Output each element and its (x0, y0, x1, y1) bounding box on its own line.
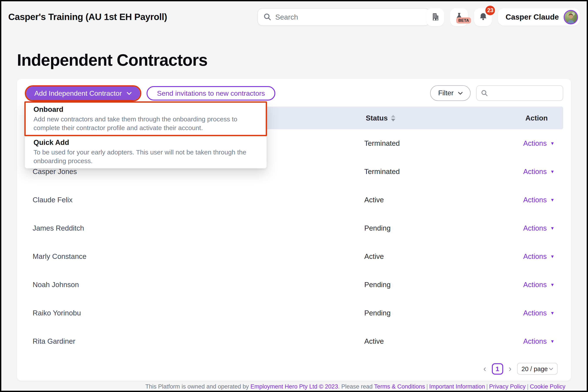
current-page-button[interactable]: 1 (492, 363, 503, 374)
status-value: Pending (364, 309, 523, 317)
actions-menu-button[interactable]: Actions▼ (523, 309, 555, 317)
global-search[interactable] (257, 8, 430, 26)
actions-menu-button[interactable]: Actions▼ (523, 337, 555, 346)
annotation-highlight-add-button: Add Independent Contractor (25, 85, 141, 101)
action-header-label: Action (525, 114, 548, 122)
contractor-name: Casper Jones (25, 168, 364, 176)
actions-menu-button[interactable]: Actions▼ (523, 196, 555, 204)
labs-beta-button[interactable]: BETA (450, 8, 468, 26)
chevron-down-icon (549, 368, 553, 370)
add-contractor-dropdown-menu: Onboard Add new contractors and take the… (25, 102, 267, 168)
menu-item-quick-add[interactable]: Quick Add To be used for your early adop… (25, 135, 267, 168)
toolbar-right: Filter (430, 85, 563, 101)
add-independent-contractor-button[interactable]: Add Independent Contractor (26, 86, 140, 100)
actions-menu-button[interactable]: Actions▼ (523, 224, 555, 232)
filter-label: Filter (438, 89, 454, 97)
contractor-name: Raiko Yorinobu (25, 309, 364, 317)
chevron-down-icon (126, 92, 132, 95)
pagination: ‹ 1 › 20 / page (17, 357, 571, 381)
contractor-name: Marly Constance (25, 252, 364, 260)
search-icon (481, 90, 488, 96)
notifications-button[interactable]: 23 (474, 8, 492, 26)
filter-button[interactable]: Filter (430, 85, 471, 101)
column-header-status[interactable]: Status (366, 114, 525, 122)
caret-down-icon: ▼ (550, 339, 555, 344)
add-button-label: Add Independent Contractor (34, 90, 122, 97)
page-size-value: 20 / page (522, 365, 548, 372)
actions-label: Actions (523, 139, 547, 148)
footer-separator: | (486, 383, 488, 390)
actions-label: Actions (523, 252, 547, 260)
caret-down-icon: ▼ (550, 198, 555, 202)
avatar (564, 10, 578, 24)
status-value: Active (364, 337, 523, 346)
org-title: Casper's Training (AU 1st EH Payroll) (8, 12, 167, 22)
page-title: Independent Contractors (17, 50, 571, 70)
notification-count-badge: 23 (486, 6, 495, 15)
top-bar-actions: BETA 23 Casper Claude (426, 8, 580, 26)
actions-label: Actions (523, 337, 547, 346)
actions-menu-button[interactable]: Actions▼ (523, 168, 555, 176)
actions-label: Actions (523, 168, 547, 176)
table-row: Claude Felix Active Actions▼ (25, 186, 563, 214)
footer-text: . Please read (338, 383, 374, 390)
user-menu-button[interactable]: Casper Claude (498, 8, 580, 26)
contractor-name: Noah Johnson (25, 280, 364, 289)
column-header-action: Action (525, 114, 563, 122)
top-bar: Casper's Training (AU 1st EH Payroll) BE… (1, 1, 587, 33)
search-icon (264, 13, 271, 21)
caret-down-icon: ▼ (550, 226, 555, 230)
table-row: Marly Constance Active Actions▼ (25, 242, 563, 270)
footer-separator: | (527, 383, 529, 390)
actions-menu-button[interactable]: Actions▼ (523, 252, 555, 260)
sort-arrows-icon[interactable] (391, 115, 396, 121)
contractor-name: James Redditch (25, 224, 364, 232)
caret-down-icon: ▼ (550, 141, 555, 146)
status-value: Active (364, 196, 523, 204)
table-row: James Redditch Pending Actions▼ (25, 214, 563, 242)
actions-label: Actions (523, 224, 547, 232)
page-size-select[interactable]: 20 / page (517, 363, 558, 374)
caret-down-icon: ▼ (550, 282, 555, 287)
table-row: Rita Gardiner Active Actions▼ (25, 327, 563, 356)
footer-separator: | (426, 383, 428, 390)
table-row: Noah Johnson Pending Actions▼ (25, 270, 563, 299)
contractors-card: Add Independent Contractor Send invitati… (17, 79, 571, 381)
beta-badge: BETA (456, 17, 471, 23)
privacy-policy-link[interactable]: Privacy Policy (489, 383, 526, 390)
contractor-name: Rita Gardiner (25, 337, 364, 346)
next-page-button[interactable]: › (509, 364, 512, 373)
send-invitations-button[interactable]: Send invitations to new contractors (147, 86, 275, 100)
user-name: Casper Claude (506, 12, 559, 22)
main-content: Independent Contractors Add Independent … (1, 50, 587, 390)
terms-link[interactable]: Terms & Conditions (374, 383, 425, 390)
chevron-down-icon (458, 92, 463, 95)
actions-menu-button[interactable]: Actions▼ (523, 139, 555, 148)
organisation-button[interactable] (426, 8, 444, 26)
menu-item-onboard[interactable]: Onboard Add new contractors and take the… (25, 102, 267, 135)
important-information-link[interactable]: Important Information (429, 383, 485, 390)
status-value: Terminated (364, 139, 523, 148)
legal-footer: This Platform is owned and operated by E… (17, 383, 571, 390)
actions-label: Actions (523, 280, 547, 289)
caret-down-icon: ▼ (550, 170, 555, 174)
status-value: Pending (364, 280, 523, 289)
status-value: Pending (364, 224, 523, 232)
global-search-input[interactable] (275, 13, 424, 21)
company-link[interactable]: Employment Hero Pty Ltd © 2023 (250, 383, 338, 390)
cookie-policy-link[interactable]: Cookie Policy (530, 383, 565, 390)
status-value: Terminated (364, 168, 523, 176)
building-icon (430, 12, 441, 22)
table-search-input[interactable] (492, 90, 559, 97)
table-search[interactable] (476, 85, 563, 101)
actions-menu-button[interactable]: Actions▼ (523, 280, 555, 289)
contractor-name: Claude Felix (25, 196, 364, 204)
previous-page-button[interactable]: ‹ (483, 364, 486, 373)
status-value: Active (364, 252, 523, 260)
footer-text: This Platform is owned and operated by (145, 383, 250, 390)
caret-down-icon: ▼ (550, 254, 555, 259)
actions-label: Actions (523, 196, 547, 204)
actions-label: Actions (523, 309, 547, 317)
menu-item-description: Add new contractors and take them throug… (33, 115, 258, 132)
menu-item-title: Onboard (33, 105, 258, 114)
